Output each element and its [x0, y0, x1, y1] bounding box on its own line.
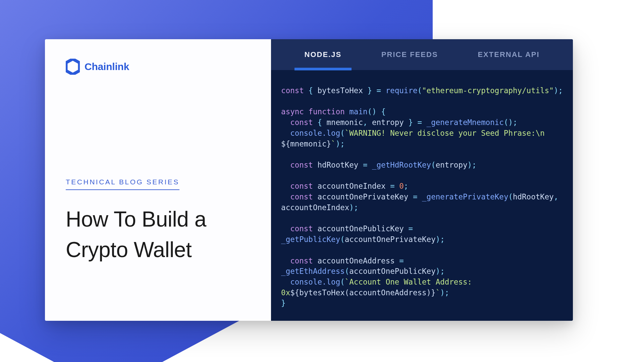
left-panel: Chainlink TECHNICAL BLOG SERIES How To B…	[45, 39, 271, 321]
code-token: );	[436, 235, 445, 244]
code-token: (	[418, 86, 422, 95]
code-token: async	[281, 107, 304, 116]
code-token: bytesToHex	[317, 86, 363, 95]
code-token: ${bytesToHex(accountOneAddress)}	[290, 288, 435, 297]
code-token: );	[554, 86, 563, 95]
series-label: TECHNICAL BLOG SERIES	[66, 178, 179, 190]
code-token: const	[290, 118, 313, 127]
code-token: console.log	[290, 129, 340, 137]
code-token: _getEthAddress	[281, 267, 345, 276]
code-token: );	[436, 267, 445, 276]
code-token: accountOnePrivateKey	[317, 192, 408, 201]
brand-name: Chainlink	[85, 61, 129, 72]
code-token: accountOnePublicKey	[317, 224, 404, 233]
code-token: entropy	[372, 118, 404, 127]
hero-card: Chainlink TECHNICAL BLOG SERIES How To B…	[45, 39, 573, 321]
code-token: console.log	[290, 278, 340, 286]
code-token: =	[408, 224, 413, 233]
code-token: }	[281, 299, 286, 307]
code-token: =	[377, 86, 381, 95]
code-token: _generatePrivateKey	[422, 192, 508, 201]
hero-text: TECHNICAL BLOG SERIES How To Build a Cry…	[66, 178, 206, 265]
code-token: `Account One Wallet Address:	[345, 278, 477, 286]
brand-logo: Chainlink	[66, 59, 250, 75]
code-token: _getHdRootKey	[372, 161, 431, 169]
code-token: (	[508, 192, 513, 201]
code-token: entropy	[436, 161, 468, 169]
code-token: =	[418, 118, 422, 127]
code-token: );	[349, 203, 358, 212]
code-token: const	[290, 224, 313, 233]
svg-marker-0	[66, 59, 79, 74]
code-token: ,	[363, 118, 368, 127]
code-token: );	[468, 161, 477, 169]
code-token: hdRootKey	[513, 192, 554, 201]
code-token: {	[308, 86, 313, 95]
code-token: accountOneIndex	[281, 203, 349, 212]
code-snippet: const { bytesToHex } = require("ethereum…	[271, 70, 573, 321]
code-token: 0	[399, 182, 404, 190]
code-token: accountOneIndex	[317, 182, 385, 190]
code-panel: NODE.JS PRICE FEEDS EXTERNAL API const {…	[271, 39, 573, 321]
code-token: ;	[404, 182, 409, 190]
code-token: );	[440, 288, 449, 297]
code-token: );	[336, 139, 345, 148]
code-token: (	[340, 278, 345, 286]
tab-nodejs[interactable]: NODE.JS	[301, 40, 345, 70]
code-token: }	[408, 118, 413, 127]
code-token: const	[290, 192, 313, 201]
code-token: const	[290, 161, 313, 169]
code-token: `	[436, 288, 440, 297]
code-tabs: NODE.JS PRICE FEEDS EXTERNAL API	[271, 39, 573, 70]
code-token: "ethereum-cryptography/utils"	[422, 86, 554, 95]
code-token: =	[390, 182, 395, 190]
code-token: accountOnePrivateKey	[345, 235, 436, 244]
code-token: const	[281, 86, 304, 95]
code-token: (	[340, 129, 345, 137]
code-token: _generateMnemonic	[427, 118, 504, 127]
tab-external-api[interactable]: EXTERNAL API	[474, 40, 543, 70]
code-token: hdRootKey	[317, 161, 358, 169]
code-token: const	[290, 182, 313, 190]
title-line-2: Crypto Wallet	[66, 238, 192, 262]
code-token: ()	[367, 107, 376, 116]
code-token: require	[386, 86, 418, 95]
code-token: =	[399, 256, 404, 265]
code-token: (	[431, 161, 436, 169]
code-token: function	[308, 107, 344, 116]
code-token: main	[349, 107, 367, 116]
code-token: `WARNING! Never disclose your Seed Phras…	[345, 129, 549, 137]
code-token: ();	[504, 118, 518, 127]
code-token: 0x	[281, 288, 290, 297]
chainlink-hexagon-icon	[66, 59, 80, 75]
tab-price-feeds[interactable]: PRICE FEEDS	[378, 40, 441, 70]
code-token: _getPublicKey	[281, 235, 340, 244]
code-token: const	[290, 256, 313, 265]
code-token: {	[381, 107, 386, 116]
code-token: (	[345, 267, 350, 276]
code-token: =	[413, 192, 418, 201]
code-token: ${mnemonic}	[281, 139, 331, 148]
code-token: `	[331, 139, 336, 148]
code-token: =	[363, 161, 368, 169]
code-token: accountOneAddress	[317, 256, 394, 265]
title-line-1: How To Build a	[66, 207, 206, 231]
code-token: (	[340, 235, 345, 244]
code-token: ,	[554, 192, 558, 201]
code-token: }	[367, 86, 372, 95]
code-token: accountOnePublicKey	[349, 267, 435, 276]
page-title: How To Build a Crypto Wallet	[66, 204, 206, 265]
code-token: {	[317, 118, 322, 127]
code-token: mnemonic	[327, 118, 363, 127]
